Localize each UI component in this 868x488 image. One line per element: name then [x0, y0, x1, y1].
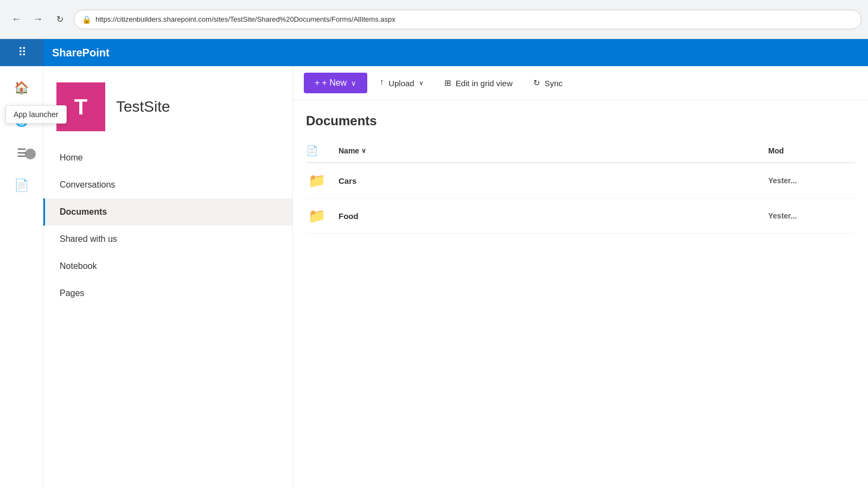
folder-icon-cars: 📁 [306, 170, 339, 191]
col-mod-header[interactable]: Mod [768, 146, 855, 155]
site-title: TestSite [116, 98, 170, 115]
lock-icon: 🔒 [82, 15, 91, 24]
app-launcher-button[interactable]: ⠿ [0, 39, 43, 66]
doc-name-food: Food [339, 211, 768, 221]
address-bar[interactable]: 🔒 https://citizenbuilders.sharepoint.com… [74, 10, 861, 29]
doc-area: Documents 📄 Name ∨ Mod [293, 100, 868, 488]
main-layout: 🏠 🌐 ☰ 📄 T TestSite Home Conversations [0, 66, 868, 488]
app-launcher-icon: ⠿ [18, 46, 26, 60]
doc-header-row: 📄 Name ∨ Mod [306, 139, 855, 163]
address-text: https://citizenbuilders.sharepoint.com/s… [95, 15, 395, 23]
doc-name-cars: Cars [339, 176, 768, 185]
rail-item-list[interactable]: ☰ [7, 138, 37, 168]
nav-item-conversations[interactable]: Conversations [43, 171, 292, 198]
upload-label: Upload [388, 79, 414, 88]
upload-chevron-icon: ∨ [419, 79, 424, 87]
nav-item-notebook[interactable]: Notebook [43, 253, 292, 280]
nav-item-pages[interactable]: Pages [43, 280, 292, 307]
edit-grid-button[interactable]: ⊞ Edit in grid view [436, 73, 521, 93]
site-logo-letter: T [74, 95, 87, 119]
file-type-icon: 📄 [306, 145, 318, 156]
sync-button[interactable]: ↻ Sync [525, 73, 571, 93]
name-sort-icon: ∨ [361, 147, 366, 155]
site-logo-area: T TestSite [43, 66, 292, 144]
edit-grid-icon: ⊞ [444, 78, 451, 88]
col-icon-header: 📄 [306, 145, 339, 157]
nav-items: Home Conversations Documents Shared with… [43, 144, 292, 307]
nav-rail: 🏠 🌐 ☰ 📄 [0, 66, 43, 488]
nav-item-home[interactable]: Home [43, 144, 292, 171]
sharepoint-logo: SharePoint [43, 47, 110, 59]
browser-chrome: ← → ↻ 🔒 https://citizenbuilders.sharepoi… [0, 0, 868, 39]
new-label: + New [322, 78, 347, 88]
upload-button[interactable]: ↓ Upload ∨ [372, 73, 432, 93]
page-icon: 📄 [14, 178, 29, 192]
doc-mod-cars: Yester... [768, 176, 855, 185]
forward-button[interactable]: → [28, 10, 48, 29]
main-content: + + New ∨ ↓ Upload ∨ ⊞ Edit in grid view… [293, 66, 868, 488]
table-row[interactable]: 📁 Food Yester... [306, 198, 855, 234]
sync-label: Sync [545, 79, 563, 88]
table-row[interactable]: 📁 Cars Yester... [306, 163, 855, 198]
nav-item-documents[interactable]: Documents [43, 198, 292, 226]
sharepoint-header: ⠿ SharePoint [0, 39, 868, 66]
upload-icon: ↓ [380, 78, 384, 88]
new-plus-icon: + [315, 78, 320, 88]
toolbar: + + New ∨ ↓ Upload ∨ ⊞ Edit in grid view… [293, 66, 868, 100]
rail-item-home[interactable]: 🏠 [7, 73, 37, 103]
site-nav: T TestSite Home Conversations Documents … [43, 66, 293, 488]
refresh-button[interactable]: ↻ [50, 10, 69, 29]
rail-item-pages[interactable]: 📄 [7, 170, 37, 201]
sync-icon: ↻ [533, 78, 540, 88]
folder-cars-icon: 📁 [308, 172, 326, 189]
edit-grid-label: Edit in grid view [456, 79, 513, 88]
documents-title: Documents [306, 113, 855, 129]
doc-table: 📄 Name ∨ Mod 📁 [306, 139, 855, 234]
col-name-header[interactable]: Name ∨ [339, 146, 768, 155]
app-launcher-tooltip: App launcher [5, 105, 67, 124]
new-button[interactable]: + + New ∨ [304, 73, 367, 93]
list-icon: ☰ [17, 146, 27, 159]
new-chevron-icon: ∨ [351, 79, 356, 87]
folder-icon-food: 📁 [306, 205, 339, 227]
folder-food-icon: 📁 [308, 208, 326, 224]
doc-mod-food: Yester... [768, 211, 855, 220]
nav-item-shared-with-us[interactable]: Shared with us [43, 226, 292, 253]
home-rail-icon: 🏠 [14, 81, 29, 95]
back-button[interactable]: ← [7, 10, 26, 29]
nav-buttons: ← → ↻ [7, 10, 69, 29]
